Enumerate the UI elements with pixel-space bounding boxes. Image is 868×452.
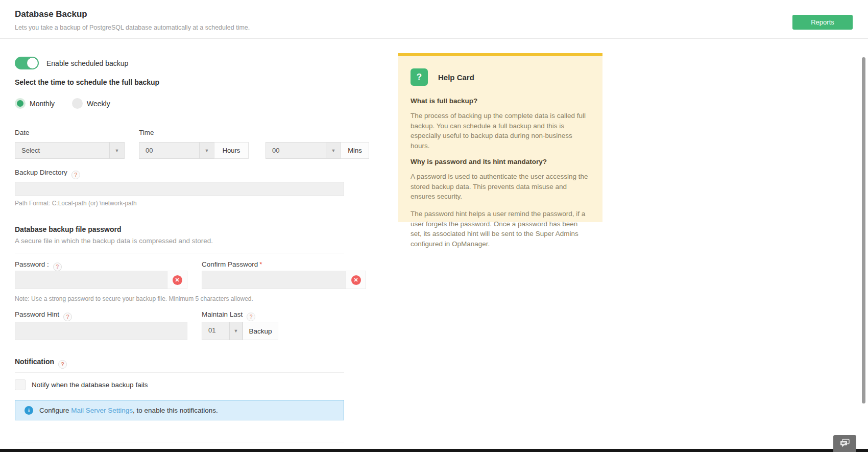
radio-option-weekly[interactable]: Weekly [72,98,110,109]
reports-button[interactable]: Reports [792,15,853,30]
enable-backup-label: Enable scheduled backup [46,59,128,67]
maintain-last-select[interactable]: 01 ▼ [202,322,243,340]
help-card: ? Help Card What is full backup? The pro… [398,53,602,222]
info-text-prefix: Configure [39,407,71,414]
chevron-down-icon: ▼ [229,322,242,340]
info-text: Configure Mail Server Settings, to enabl… [39,407,218,414]
password-label-text: Password : [15,260,49,268]
toggle-knob [27,57,38,69]
help-icon[interactable]: ? [53,263,62,271]
backup-directory-label-text: Backup Directory [15,169,67,176]
mins-unit-label: Mins [341,142,369,159]
frequency-radio-group: Monthly Weekly [15,98,110,109]
password-hint-label: Password Hint? [15,311,72,321]
date-select[interactable]: Select ▼ [15,142,125,159]
error-cross-icon: ✕ [351,275,361,285]
page-subtitle: Lets you take a backup of PostgreSQL dat… [15,24,250,31]
page-header: Database Backup Lets you take a backup o… [0,0,868,39]
hours-unit-label: Hours [214,142,249,159]
mins-select[interactable]: 00 ▼ [266,142,341,159]
monthly-radio[interactable] [15,98,26,109]
password-field: ✕ [15,271,187,289]
password-hint-label-text: Password Hint [15,311,59,318]
backup-directory-input[interactable] [15,182,344,196]
help-icon[interactable]: ? [58,360,67,369]
password-section-subtitle: A secure file in which the backup data i… [15,237,213,245]
date-select-value: Select [15,142,109,158]
help-question: What is full backup? [411,97,590,105]
help-answer: A password is used to authenticate the u… [411,172,590,202]
chat-bubbles-icon [839,439,851,449]
mins-select-value: 00 [266,142,326,158]
mail-server-settings-link[interactable]: Mail Server Settings [71,407,133,414]
divider [15,372,344,373]
info-text-suffix: , to enable this notifications. [133,407,218,414]
question-mark-icon: ? [411,68,428,86]
notify-checkbox-label: Notify when the database backup fails [32,381,148,389]
maintain-last-label-text: Maintain Last [202,311,243,318]
chevron-down-icon: ▼ [109,142,124,158]
enable-backup-toggle[interactable] [15,57,39,69]
page-title: Database Backup [15,9,87,19]
help-card-title: Help Card [438,73,474,82]
scrollbar-thumb[interactable] [862,57,865,403]
confirm-password-error-cell: ✕ [346,271,366,289]
hours-select[interactable]: 00 ▼ [139,142,214,159]
password-note: Note: Use a strong password to secure yo… [15,295,253,302]
radio-option-monthly[interactable]: Monthly [15,98,55,109]
confirm-password-label-text: Confirm Password [202,260,258,268]
notification-title-text: Notification [15,358,54,366]
divider [15,253,344,253]
notification-section-title: Notification? [15,358,67,369]
confirm-password-label: Confirm Password* [202,260,262,268]
chevron-down-icon: ▼ [199,142,214,158]
chevron-down-icon: ▼ [326,142,341,158]
info-icon: i [25,406,33,415]
help-icon[interactable]: ? [247,313,255,321]
help-question: Why is password and its hint mandatory? [411,158,590,165]
help-icon[interactable]: ? [71,171,80,179]
bottom-edge [0,449,868,452]
help-answer: The password hint helps a user remind th… [411,209,590,249]
required-asterisk: * [259,260,262,268]
schedule-section-title: Select the time to schedule the full bac… [15,78,159,86]
backup-unit-label: Backup [243,322,278,340]
weekly-radio-label: Weekly [87,100,110,108]
error-cross-icon: ✕ [173,275,182,285]
enable-backup-row: Enable scheduled backup [15,57,128,69]
password-error-cell: ✕ [167,271,187,289]
hours-select-value: 00 [139,142,199,158]
weekly-radio[interactable] [72,98,83,109]
help-card-header: ? Help Card [411,68,590,86]
password-label: Password :? [15,260,62,271]
password-section-title: Database backup file password [15,225,122,233]
backup-directory-label: Backup Directory? [15,169,80,179]
time-label: Time [139,129,154,136]
maintain-last-label: Maintain Last? [202,311,255,321]
password-hint-input[interactable] [15,322,187,340]
radio-dot [17,100,23,107]
confirm-password-field: ✕ [202,271,366,289]
monthly-radio-label: Monthly [30,100,55,108]
notify-checkbox-row: Notify when the database backup fails [15,379,148,390]
confirm-password-input[interactable] [202,271,346,289]
divider [15,442,344,442]
date-label: Date [15,129,30,136]
maintain-last-value: 01 [202,322,229,340]
password-input[interactable] [15,271,167,289]
feedback-button[interactable] [833,435,856,452]
mail-server-info-box: i Configure Mail Server Settings, to ena… [15,400,344,420]
notify-checkbox[interactable] [15,379,26,390]
help-answer: The process of backing up the complete d… [411,111,590,151]
database-backup-page: Database Backup Lets you take a backup o… [0,0,868,452]
help-icon[interactable]: ? [63,313,72,321]
path-format-hint: Path Format: C:Local-path (or) \network-… [15,200,137,207]
